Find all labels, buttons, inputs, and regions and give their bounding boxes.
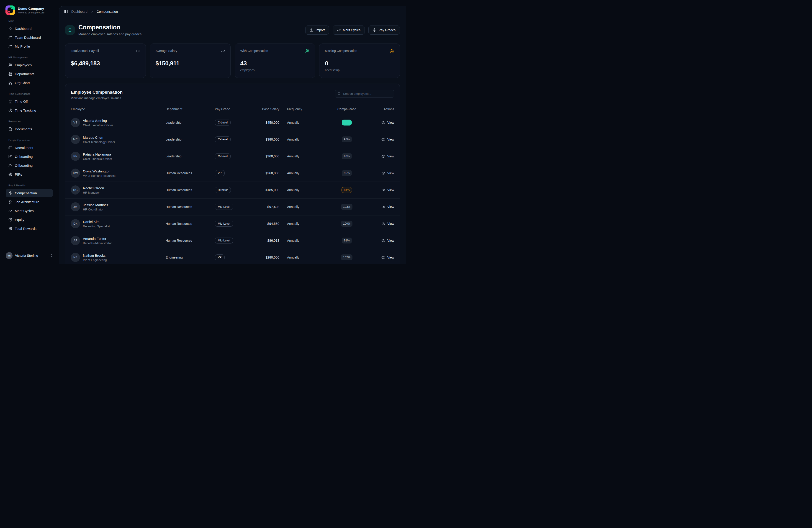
user-minus-icon bbox=[9, 163, 12, 167]
brand: Demo Company Powered by People Core bbox=[0, 5, 59, 15]
sidebar-item-team-dashboard[interactable]: Team Dashboard bbox=[6, 33, 53, 42]
table-row[interactable]: AFAmanda FosterBenefits Administrator Hu… bbox=[66, 232, 400, 249]
sidebar-item-time-off[interactable]: Time Off bbox=[6, 97, 53, 106]
employee-name: Jessica Martinez bbox=[83, 203, 108, 207]
view-button[interactable]: View bbox=[381, 171, 394, 175]
sidebar-toggle-button[interactable] bbox=[63, 9, 68, 14]
frequency-cell: Annually bbox=[279, 222, 318, 225]
column-header-pay-grade: Pay Grade bbox=[215, 107, 251, 111]
eye-icon bbox=[381, 255, 385, 260]
sidebar-item-employees[interactable]: Employees bbox=[6, 61, 53, 69]
banknote-icon bbox=[136, 49, 140, 53]
view-button[interactable]: View bbox=[381, 188, 394, 192]
sidebar-item-org-chart[interactable]: Org Chart bbox=[6, 78, 53, 87]
compa-ratio-badge: 102% bbox=[341, 254, 352, 260]
sidebar-item-label: Total Rewards bbox=[15, 226, 37, 231]
search-input[interactable] bbox=[335, 90, 394, 98]
pay-grade-badge: VP bbox=[215, 254, 224, 260]
avatar: NB bbox=[71, 253, 80, 262]
sidebar-item-label: Employees bbox=[15, 63, 32, 67]
trending-up-icon bbox=[337, 28, 340, 32]
column-header-employee: Employee bbox=[71, 107, 165, 111]
stat-label: Missing Compensation bbox=[325, 49, 357, 53]
users-check-icon bbox=[305, 49, 309, 53]
sidebar-item-compensation[interactable]: Compensation bbox=[6, 189, 53, 197]
employee-name: Victoria Sterling bbox=[83, 118, 113, 123]
stat-value: $150,911 bbox=[156, 60, 225, 67]
table-row[interactable]: RGRachel GreenHR Manager Human Resources… bbox=[66, 182, 400, 199]
view-label: View bbox=[387, 255, 394, 259]
department-cell: Human Resources bbox=[165, 239, 215, 243]
table-row[interactable]: JMJessica MartinezHR Coordinator Human R… bbox=[66, 199, 400, 216]
table-row[interactable]: PNPatricia NakamuraChief Financial Offic… bbox=[66, 148, 400, 165]
sidebar-item-merit-cycles[interactable]: Merit Cycles bbox=[6, 207, 53, 215]
compensation-dollar-icon bbox=[65, 25, 75, 35]
section-label-hr-management: HR Management bbox=[9, 56, 53, 59]
view-label: View bbox=[387, 137, 394, 141]
sidebar-item-label: Offboarding bbox=[15, 163, 32, 167]
gear-icon bbox=[373, 28, 376, 32]
table-subtitle: View and manage employee salaries bbox=[71, 96, 122, 100]
sidebar-item-recruitment[interactable]: Recruitment bbox=[6, 144, 53, 152]
view-button[interactable]: View bbox=[381, 121, 394, 124]
pay-grades-button[interactable]: Pay Grades bbox=[368, 26, 400, 35]
import-button[interactable]: Import bbox=[305, 26, 329, 35]
employee-name: Marcus Chen bbox=[83, 135, 115, 140]
section-label-resources: Resources bbox=[9, 120, 53, 123]
view-button[interactable]: View bbox=[381, 137, 394, 142]
sidebar-item-onboarding[interactable]: Onboarding bbox=[6, 152, 53, 161]
frequency-cell: Annually bbox=[279, 121, 318, 124]
target-icon bbox=[9, 173, 12, 176]
frequency-cell: Annually bbox=[279, 188, 318, 192]
base-salary-cell: $185,000 bbox=[251, 188, 279, 192]
view-label: View bbox=[387, 121, 394, 124]
sidebar-item-total-rewards[interactable]: Total Rewards bbox=[6, 224, 53, 233]
chevrons-up-down-icon bbox=[50, 254, 53, 258]
column-header-actions: Actions bbox=[376, 107, 394, 111]
sidebar-item-job-architecture[interactable]: Job Architecture bbox=[6, 198, 53, 206]
table-row[interactable]: MCMarcus ChenChief Technology Officer Le… bbox=[66, 131, 400, 148]
base-salary-cell: $260,000 bbox=[251, 171, 279, 175]
table-row[interactable]: OWOlivia WashingtonVP of Human Resources… bbox=[66, 165, 400, 182]
table-row[interactable]: DKDaniel KimRecruiting Specialist Human … bbox=[66, 216, 400, 232]
view-button[interactable]: View bbox=[381, 239, 394, 243]
avatar: MC bbox=[71, 135, 80, 144]
sidebar-item-equity[interactable]: Equity bbox=[6, 216, 53, 224]
sidebar-user-menu[interactable]: VS Victoria Sterling bbox=[0, 249, 59, 264]
base-salary-cell: $97,408 bbox=[251, 205, 279, 209]
sidebar-item-label: Team Dashboard bbox=[15, 35, 41, 40]
breadcrumb-dashboard[interactable]: Dashboard bbox=[71, 10, 87, 13]
upload-icon bbox=[310, 28, 313, 32]
merit-cycles-button[interactable]: Merit Cycles bbox=[333, 26, 365, 35]
view-button[interactable]: View bbox=[381, 222, 394, 226]
avatar: JM bbox=[71, 202, 80, 211]
base-salary-cell: $360,000 bbox=[251, 155, 279, 158]
column-header-compa-ratio: Compa-Ratio bbox=[318, 107, 376, 111]
employee-title: VP of Engineering bbox=[83, 258, 107, 262]
sidebar-item-time-tracking[interactable]: Time Tracking bbox=[6, 106, 53, 115]
sidebar-item-my-profile[interactable]: My Profile bbox=[6, 42, 53, 50]
company-tagline: Powered by People Core bbox=[18, 11, 44, 14]
table-row[interactable]: VSVictoria SterlingChief Executive Offic… bbox=[66, 114, 400, 131]
avatar: DK bbox=[71, 219, 80, 228]
sidebar-item-offboarding[interactable]: Offboarding bbox=[6, 161, 53, 170]
sidebar-item-dashboard[interactable]: Dashboard bbox=[6, 24, 53, 33]
sidebar-item-documents[interactable]: Documents bbox=[6, 125, 53, 133]
panel-left-icon bbox=[64, 10, 68, 13]
department-cell: Human Resources bbox=[165, 171, 215, 175]
avatar: PN bbox=[71, 152, 80, 161]
avatar: VS bbox=[71, 118, 80, 127]
table-row[interactable]: NBNathan BrooksVP of Engineering Enginee… bbox=[66, 249, 400, 264]
view-button[interactable]: View bbox=[381, 155, 394, 158]
view-label: View bbox=[387, 222, 394, 225]
button-label: Merit Cycles bbox=[343, 28, 360, 32]
base-salary-cell: $94,530 bbox=[251, 222, 279, 225]
department-cell: Leadership bbox=[165, 155, 215, 158]
users-icon bbox=[9, 63, 12, 67]
view-button[interactable]: View bbox=[381, 205, 394, 209]
compa-ratio-badge: 103% bbox=[341, 204, 352, 210]
sidebar-item-departments[interactable]: Departments bbox=[6, 70, 53, 78]
sidebar-item-pips[interactable]: PIPs bbox=[6, 170, 53, 179]
view-button[interactable]: View bbox=[381, 255, 394, 260]
dashboard-icon bbox=[9, 27, 12, 30]
